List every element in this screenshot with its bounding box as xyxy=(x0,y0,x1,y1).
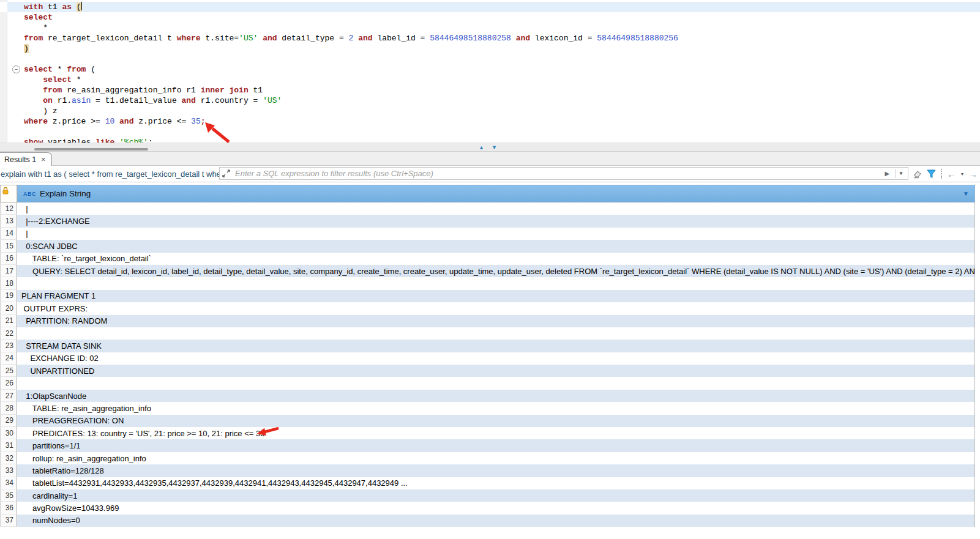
code-line[interactable]: * xyxy=(0,23,980,33)
row-number[interactable]: 28 xyxy=(0,402,17,414)
row-number[interactable]: 33 xyxy=(0,464,17,477)
code-line[interactable]: where z.price >= 10 and z.price <= 35; xyxy=(0,116,980,127)
row-number[interactable]: 15 xyxy=(0,240,17,252)
filter-input-box[interactable]: ▶ ▼ xyxy=(219,167,908,180)
filter-history-dropdown-icon[interactable]: ▼ xyxy=(899,171,903,176)
editor-hscrollbar[interactable]: ▲ ▼ xyxy=(0,143,980,152)
row-number[interactable]: 14 xyxy=(0,228,17,240)
code-line[interactable] xyxy=(0,54,980,64)
code-line[interactable]: select xyxy=(0,12,980,23)
grid-row: 14 | xyxy=(0,228,975,240)
row-number[interactable]: 31 xyxy=(0,439,17,452)
explain-string-cell[interactable]: tabletRatio=128/128 xyxy=(17,464,975,477)
code-line[interactable]: from re_asin_aggregation_info r1 inner j… xyxy=(0,85,980,95)
row-number[interactable]: 25 xyxy=(0,365,17,377)
row-number[interactable]: 37 xyxy=(0,515,17,527)
grid-row: 34 tabletList=4432931,4432933,4432935,44… xyxy=(0,477,975,489)
code-token: 'US' xyxy=(239,34,258,43)
expand-filter-icon[interactable] xyxy=(222,169,230,177)
explain-string-cell[interactable]: 0:SCAN JDBC xyxy=(17,240,975,252)
column-dropdown-icon[interactable]: ▼ xyxy=(963,191,969,197)
code-token: and xyxy=(119,117,133,126)
row-number[interactable]: 36 xyxy=(0,502,17,514)
row-number[interactable]: 32 xyxy=(0,452,17,464)
nav-back-icon[interactable]: ← xyxy=(947,169,956,179)
row-number[interactable]: 20 xyxy=(0,302,17,314)
code-token: 10 xyxy=(105,117,115,126)
code-token xyxy=(72,2,77,12)
explain-string-cell[interactable]: rollup: re_asin_aggregation_info xyxy=(17,452,975,464)
row-number[interactable]: 18 xyxy=(0,277,17,289)
explain-string-cell[interactable]: UNPARTITIONED xyxy=(17,365,975,377)
tab-results-1[interactable]: Results 1 × xyxy=(0,152,52,166)
tab-close-icon[interactable]: × xyxy=(41,155,46,163)
explain-string-cell[interactable]: EXCHANGE ID: 02 xyxy=(17,352,975,365)
grid-row: 12 | xyxy=(0,203,975,215)
grid-corner-cell[interactable] xyxy=(0,185,17,203)
code-line[interactable]: show variables like '%cb%'; xyxy=(0,137,980,143)
filter-funnel-icon[interactable] xyxy=(927,169,936,179)
explain-string-cell[interactable] xyxy=(17,377,975,389)
code-token xyxy=(114,117,119,126)
explain-string-cell[interactable]: tabletList=4432931,4432933,4432935,44329… xyxy=(17,477,975,489)
row-number[interactable]: 35 xyxy=(0,489,17,502)
code-line[interactable]: with t1 as ( xyxy=(0,2,980,12)
sql-editor[interactable]: with t1 as (select *from re_target_lexic… xyxy=(0,0,980,143)
explain-string-cell[interactable]: |----2:EXCHANGE xyxy=(17,215,975,227)
row-number[interactable]: 30 xyxy=(0,427,17,439)
row-number[interactable]: 27 xyxy=(0,390,17,402)
splitter-collapse-down-icon[interactable]: ▼ xyxy=(492,144,497,151)
explain-string-cell[interactable]: avgRowSize=10433.969 xyxy=(17,502,975,514)
column-header-explain-string[interactable]: ABC Explain String ▼ xyxy=(17,185,975,203)
clear-filter-eraser-icon[interactable] xyxy=(911,169,922,179)
explain-string-cell[interactable]: OUTPUT EXPRS: xyxy=(17,302,975,314)
code-line[interactable]: ) z xyxy=(0,106,980,116)
code-line[interactable]: select * from ( xyxy=(0,64,980,75)
code-token: ( xyxy=(86,65,95,74)
code-line[interactable]: select * xyxy=(0,75,980,85)
explain-string-cell[interactable]: | xyxy=(17,203,975,215)
explain-string-cell[interactable]: | xyxy=(17,228,975,240)
explain-string-cell[interactable] xyxy=(17,327,975,340)
code-line[interactable]: ) xyxy=(0,43,980,54)
explain-string-cell[interactable]: 1:OlapScanNode xyxy=(17,390,975,402)
row-number[interactable]: 19 xyxy=(0,290,17,302)
row-number[interactable]: 12 xyxy=(0,203,17,215)
grid-row: 33 tabletRatio=128/128 xyxy=(0,464,975,477)
apply-filter-icon[interactable]: ▶ xyxy=(882,170,892,177)
nav-forward-icon[interactable]: → xyxy=(968,169,978,179)
explain-string-cell[interactable]: PREDICATES: 13: country = 'US', 21: pric… xyxy=(17,427,975,439)
row-number[interactable]: 24 xyxy=(0,352,17,365)
row-number[interactable]: 23 xyxy=(0,340,17,352)
explain-string-cell[interactable]: STREAM DATA SINK xyxy=(17,340,975,352)
filter-expression-input[interactable] xyxy=(231,169,882,178)
explain-string-cell[interactable] xyxy=(17,277,975,289)
row-number[interactable]: 34 xyxy=(0,477,17,489)
splitter-collapse-up-icon[interactable]: ▲ xyxy=(479,144,484,151)
fold-collapse-icon[interactable]: − xyxy=(12,65,20,73)
explain-string-cell[interactable]: cardinality=1 xyxy=(17,489,975,502)
row-number[interactable]: 26 xyxy=(0,377,17,389)
explain-string-cell[interactable]: PARTITION: RANDOM xyxy=(17,315,975,327)
hscrollbar-thumb[interactable] xyxy=(34,148,148,151)
row-number[interactable]: 16 xyxy=(0,253,17,265)
explain-string-cell[interactable]: numNodes=0 xyxy=(17,515,975,527)
code-line[interactable]: from re_target_lexicon_detail t where t.… xyxy=(0,33,980,43)
row-number[interactable]: 13 xyxy=(0,215,17,227)
code-line[interactable]: on r1.asin = t1.detail_value and r1.coun… xyxy=(0,95,980,106)
explain-string-cell[interactable]: TABLE: `re_target_lexicon_detail` xyxy=(17,253,975,265)
explain-string-cell[interactable]: TABLE: re_asin_aggregation_info xyxy=(17,402,975,414)
row-number[interactable]: 21 xyxy=(0,315,17,327)
code-line[interactable] xyxy=(0,127,980,137)
explain-string-cell[interactable]: PLAN FRAGMENT 1 xyxy=(17,290,975,302)
row-number[interactable]: 17 xyxy=(0,265,17,277)
explain-string-cell[interactable]: partitions=1/1 xyxy=(17,439,975,452)
code-token: like xyxy=(95,138,114,143)
nav-history-dropdown-icon[interactable]: ▾ xyxy=(961,171,963,177)
row-number[interactable]: 22 xyxy=(0,327,17,340)
code-token xyxy=(258,34,263,43)
explain-string-cell[interactable]: QUERY: SELECT detail_id, lexicon_id, lab… xyxy=(17,265,975,277)
code-token: 35 xyxy=(191,117,201,126)
row-number[interactable]: 29 xyxy=(0,415,17,427)
explain-string-cell[interactable]: PREAGGREGATION: ON xyxy=(17,415,975,427)
